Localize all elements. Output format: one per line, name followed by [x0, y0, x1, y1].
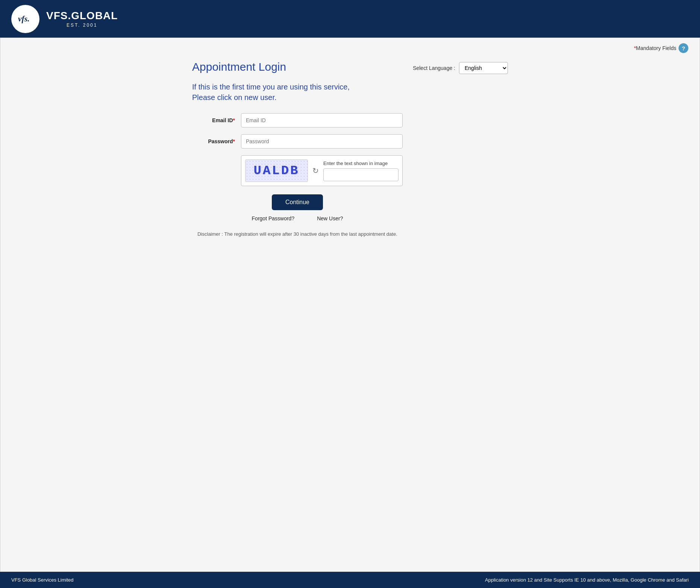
language-label: Select Language :: [413, 65, 455, 71]
refresh-icon[interactable]: ↻: [312, 166, 319, 175]
continue-button[interactable]: Continue: [272, 194, 323, 210]
captcha-row: UALDB ↻ Enter the text shown in image: [241, 155, 403, 186]
password-input[interactable]: [241, 134, 403, 149]
captcha-right: Enter the text shown in image: [323, 161, 398, 181]
mandatory-bar: *Mandatory Fields ?: [0, 38, 700, 53]
forgot-password-link[interactable]: Forgot Password?: [252, 215, 295, 221]
svg-text:vfs.: vfs.: [18, 14, 30, 23]
content-panel: Appointment Login Select Language : Engl…: [181, 53, 519, 253]
title-row: Appointment Login Select Language : Engl…: [192, 61, 508, 74]
captcha-input[interactable]: [323, 168, 398, 181]
brand-name: VFS.GLOBAL: [46, 10, 118, 22]
brand-text: VFS.GLOBAL EST. 2001: [46, 10, 118, 28]
password-label: Password*: [192, 138, 241, 144]
captcha-box: UALDB ↻ Enter the text shown in image: [241, 155, 403, 186]
brand-est: EST. 2001: [46, 23, 118, 28]
password-required-star: *: [233, 138, 235, 144]
footer-right: Application version 12 and Site Supports…: [485, 577, 689, 583]
captcha-image: UALDB: [245, 159, 308, 182]
captcha-text-display: UALDB: [253, 164, 299, 178]
links-row: Forgot Password? New User?: [192, 215, 403, 221]
form-section: Email ID* Password* UALDB: [192, 113, 403, 238]
header: vfs. VFS.GLOBAL EST. 2001: [0, 0, 700, 38]
email-required-star: *: [233, 117, 235, 123]
email-input[interactable]: [241, 113, 403, 127]
button-row: Continue: [192, 194, 403, 210]
password-row: Password*: [192, 134, 403, 149]
language-selector: Select Language : English French Spanish…: [413, 62, 508, 74]
logo-circle: vfs.: [11, 5, 39, 33]
disclaimer: Disclaimer : The registration will expir…: [192, 230, 403, 238]
new-user-link[interactable]: New User?: [317, 215, 343, 221]
mandatory-text: *Mandatory Fields: [634, 45, 676, 51]
first-time-message: If this is the first time you are using …: [192, 82, 508, 103]
email-row: Email ID*: [192, 113, 403, 127]
footer: VFS Global Services Limited Application …: [0, 572, 700, 588]
email-label: Email ID*: [192, 117, 241, 123]
page-title: Appointment Login: [192, 61, 286, 73]
help-icon[interactable]: ?: [679, 43, 688, 53]
language-select[interactable]: English French Spanish Arabic German: [459, 62, 508, 74]
captcha-hint: Enter the text shown in image: [323, 161, 398, 166]
main-wrapper: *Mandatory Fields ? Appointment Login Se…: [0, 38, 700, 572]
captcha-inner: UALDB ↻ Enter the text shown in image: [245, 159, 398, 182]
footer-left: VFS Global Services Limited: [11, 577, 73, 583]
